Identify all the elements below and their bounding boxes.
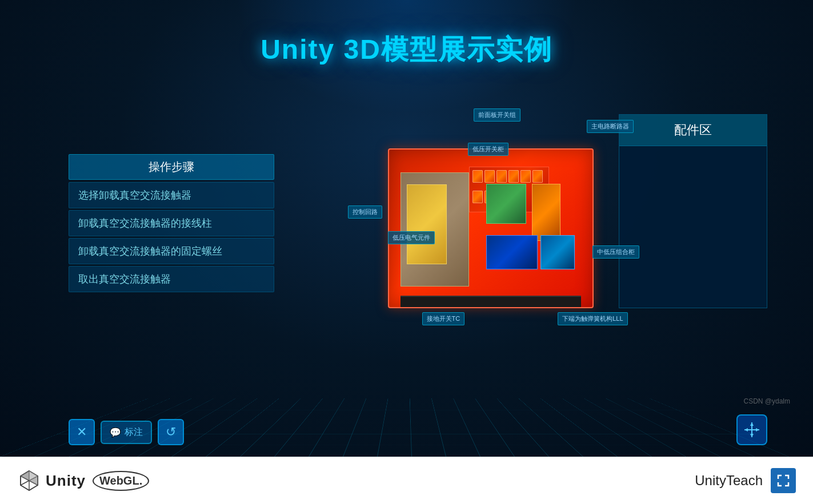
annotation-button[interactable]: 💬 标注 bbox=[101, 421, 152, 444]
move-arrows-icon bbox=[743, 421, 760, 438]
model-label-1: 前面板开关组 bbox=[474, 108, 520, 122]
webgl-text: WebGL. bbox=[99, 474, 142, 487]
right-bottom-area: UnityTeach bbox=[695, 468, 796, 493]
step-item-1: 选择卸载真空交流接触器 bbox=[69, 182, 274, 208]
page-title: Unity 3D模型展示实例 bbox=[261, 31, 552, 68]
model-label-5: 低压电气元件 bbox=[388, 231, 435, 244]
step-item-4: 取出真空交流接触器 bbox=[69, 266, 274, 292]
model-label-4: 控制回路 bbox=[348, 205, 382, 219]
expand-icon bbox=[777, 474, 790, 487]
refresh-button[interactable]: ↺ bbox=[158, 419, 184, 445]
main-container: Unity 3D模型展示实例 操作步骤 选择卸载真空交流接触器 卸载真空交流接触… bbox=[0, 0, 813, 504]
viewport: Unity 3D模型展示实例 操作步骤 选择卸载真空交流接触器 卸载真空交流接触… bbox=[0, 0, 813, 457]
close-icon: ✕ bbox=[77, 425, 87, 440]
step-item-2: 卸载真空交流接触器的接线柱 bbox=[69, 210, 274, 236]
inner-green-component bbox=[486, 184, 526, 224]
switch-unit bbox=[472, 191, 483, 203]
model-container: 前面板开关组 低压开关柜 主电路断路器 控制回路 低压电气元件 中低压组合柜 接… bbox=[371, 126, 611, 342]
unityteach-text: UnityTeach bbox=[695, 473, 763, 489]
machine-body bbox=[388, 148, 594, 308]
switch-unit bbox=[532, 170, 543, 183]
model-label-8: 下端为触弹簧机构LLL bbox=[558, 312, 627, 325]
switch-unit bbox=[484, 170, 495, 183]
refresh-icon: ↺ bbox=[166, 425, 176, 440]
inner-orange-component bbox=[532, 184, 560, 241]
bottom-toolbar: ✕ 💬 标注 ↺ bbox=[69, 419, 184, 445]
parts-content bbox=[619, 146, 767, 308]
annotation-label: 标注 bbox=[125, 426, 143, 438]
switch-unit bbox=[472, 170, 483, 183]
inner-blue-component bbox=[486, 235, 538, 269]
annotation-icon: 💬 bbox=[110, 427, 121, 438]
parts-header: 配件区 bbox=[619, 115, 767, 146]
model-label-7: 接地开关TC bbox=[422, 312, 465, 325]
unity-logo-area: Unity WebGL. bbox=[17, 469, 149, 493]
unity-cube-icon bbox=[17, 469, 41, 493]
csdn-watermark: CSDN @ydalm bbox=[743, 397, 790, 405]
inner-compartment bbox=[401, 172, 469, 287]
steps-panel: 操作步骤 选择卸载真空交流接触器 卸载真空交流接触器的接线柱 卸载真空交流接触器… bbox=[69, 154, 274, 294]
machine-bottom-bar bbox=[401, 296, 581, 307]
parts-panel: 配件区 bbox=[619, 114, 767, 308]
expand-button[interactable] bbox=[771, 468, 796, 493]
webgl-logo: WebGL. bbox=[93, 471, 149, 491]
svg-marker-11 bbox=[21, 471, 29, 481]
unity-text: Unity bbox=[46, 472, 86, 490]
step-item-3: 卸载真空交流接触器的固定螺丝 bbox=[69, 238, 274, 264]
steps-header: 操作步骤 bbox=[69, 154, 274, 180]
switch-unit bbox=[508, 170, 519, 183]
model-label-6: 中低压组合柜 bbox=[592, 245, 639, 259]
switch-unit bbox=[496, 170, 507, 183]
model-label-3: 主电路断路器 bbox=[587, 120, 634, 133]
bottom-bar: Unity WebGL. UnityTeach bbox=[0, 457, 813, 504]
close-button[interactable]: ✕ bbox=[69, 419, 95, 445]
inner-yellow-component bbox=[407, 184, 447, 264]
model-label-2: 低压开关柜 bbox=[468, 143, 508, 156]
inner-lightblue-component bbox=[540, 235, 575, 269]
switch-unit bbox=[520, 170, 531, 183]
move-control[interactable] bbox=[736, 414, 767, 445]
